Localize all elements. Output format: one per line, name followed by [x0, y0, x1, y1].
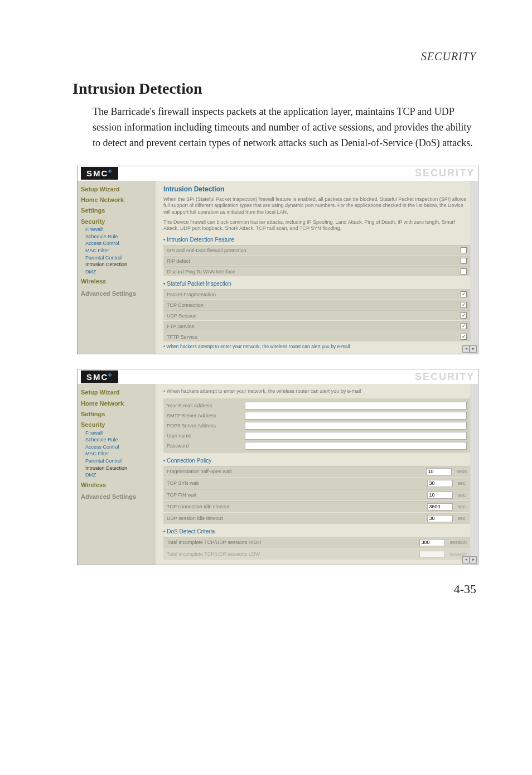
unit-label: sec.	[457, 504, 467, 509]
checkbox[interactable]	[461, 258, 467, 264]
scrollbar[interactable]	[471, 181, 478, 354]
field-label: User name	[167, 433, 245, 439]
scroll-right-icon[interactable]: ▸	[470, 345, 477, 353]
sidebar-item-intrusion-detection[interactable]: Intrusion Detection	[81, 261, 152, 268]
field-label: POP3 Server Address	[167, 423, 245, 429]
sidebar-setup-wizard[interactable]: Setup Wizard	[81, 185, 152, 194]
sidebar-item-mac-filter[interactable]: MAC Filter	[81, 450, 152, 458]
field-label: SMTP Server Address	[167, 413, 245, 418]
security-brand: SECURITY	[415, 371, 475, 383]
row-discard-ping: Discard Ping To WAN Interface	[163, 266, 470, 276]
checkbox[interactable]	[461, 268, 467, 275]
row-label: Total incomplete TCP/UDP sessions HIGH	[167, 540, 419, 545]
sidebar-item-access-control[interactable]: Access Control	[81, 444, 152, 451]
bullet-alert-email: When hackers attempt to enter your netwo…	[163, 388, 470, 395]
value-input[interactable]	[427, 515, 453, 522]
row-tcp-fin-wait: TCP FIN wait sec.	[163, 489, 470, 500]
subhead-spi: Stateful Packet Inspection	[163, 281, 470, 287]
sidebar-item-parental-control[interactable]: Parental Control	[81, 254, 152, 262]
unit-label: secs	[456, 469, 467, 474]
field-label: Password	[167, 443, 245, 449]
scroll-controls[interactable]: ◂ ▸	[462, 556, 477, 564]
row-label: FTP Service	[167, 324, 461, 329]
email-input[interactable]	[245, 402, 467, 410]
row-tcp-syn-wait: TCP SYN wait sec.	[163, 478, 470, 489]
smtp-input[interactable]	[245, 412, 467, 420]
sidebar-item-dmz[interactable]: DMZ	[81, 268, 152, 276]
row-tftp-service: TFTP Service	[163, 331, 470, 341]
checkbox[interactable]	[461, 334, 467, 340]
subhead-idf: Intrusion Detection Feature	[163, 237, 470, 243]
value-input[interactable]	[427, 480, 453, 487]
unit-label: sec.	[457, 480, 467, 486]
row-tcp-connection: TCP Connection	[163, 300, 470, 310]
sidebar-item-dmz[interactable]: DMZ	[81, 471, 152, 479]
row-tcp-idle-timeout: TCP connection idle timeout sec.	[163, 501, 470, 512]
subhead-dos-detect: DoS Detect Criteria	[163, 528, 470, 535]
field-smtp: SMTP Server Address	[167, 411, 467, 421]
row-rip-defect: RIP defect	[163, 256, 470, 266]
sidebar-home-network[interactable]: Home Network	[81, 399, 152, 408]
unit-label: session	[449, 540, 467, 545]
embedded-screenshot-1: SMC® SECURITY Home · Logout Setup Wizard…	[77, 166, 478, 354]
row-label: Discard Ping To WAN Interface	[167, 269, 461, 275]
scroll-left-icon[interactable]: ◂	[462, 556, 470, 564]
value-input[interactable]	[419, 539, 445, 546]
value-input[interactable]	[427, 503, 453, 511]
sidebar-setup-wizard[interactable]: Setup Wizard	[81, 388, 152, 397]
smc-logo: SMC®	[81, 167, 118, 180]
sidebar-item-firewall[interactable]: Firewall	[81, 226, 152, 233]
sidebar-security[interactable]: Security	[81, 218, 152, 226]
panel-desc-1: When the SPI (Stateful Packet Inspection…	[163, 196, 470, 216]
sidebar-item-parental-control[interactable]: Parental Control	[81, 458, 152, 465]
sidebar-item-intrusion-detection[interactable]: Intrusion Detection	[81, 465, 152, 472]
row-label: TFTP Service	[167, 334, 461, 340]
sidebar-settings[interactable]: Settings	[81, 410, 152, 418]
row-label: UDP Session	[167, 313, 461, 319]
username-input[interactable]	[245, 432, 467, 440]
row-label: TCP connection idle timeout	[167, 504, 427, 509]
row-frag-half-open: Fragmentation half-open wait secs	[163, 466, 470, 477]
scroll-left-icon[interactable]: ◂	[462, 345, 470, 353]
sidebar-item-firewall[interactable]: Firewall	[81, 430, 152, 437]
sidebar-item-mac-filter[interactable]: MAC Filter	[81, 247, 152, 254]
sidebar-home-network[interactable]: Home Network	[81, 196, 152, 204]
scroll-right-icon[interactable]: ▸	[470, 556, 477, 564]
row-incomplete-low: Total incomplete TCP/UDP sessions LOW se…	[163, 548, 470, 560]
row-label: TCP SYN wait	[167, 480, 427, 486]
row-label: UDP session idle timeout	[167, 516, 427, 521]
sidebar-item-access-control[interactable]: Access Control	[81, 240, 152, 247]
sidebar-advanced-settings[interactable]: Advanced Settings	[81, 493, 152, 501]
panel-title: Intrusion Detection	[163, 185, 470, 193]
field-password: Password	[167, 441, 467, 451]
checkbox[interactable]	[461, 291, 467, 297]
scrollbar[interactable]	[471, 384, 478, 565]
scroll-controls[interactable]: ◂ ▸	[462, 345, 477, 353]
value-input[interactable]	[419, 551, 445, 558]
row-label: TCP FIN wait	[167, 492, 427, 498]
sidebar: Setup Wizard Home Network Settings Secur…	[78, 181, 156, 354]
sidebar-advanced-settings[interactable]: Advanced Settings	[81, 290, 152, 298]
password-input[interactable]	[245, 442, 467, 450]
checkbox[interactable]	[461, 302, 467, 308]
sidebar-item-schedule-rule[interactable]: Schedule Rule	[81, 436, 152, 444]
value-input[interactable]	[426, 468, 452, 475]
checkbox[interactable]	[461, 312, 467, 319]
value-input[interactable]	[427, 492, 453, 499]
sidebar-settings[interactable]: Settings	[81, 206, 152, 215]
checkbox[interactable]	[461, 247, 467, 253]
sidebar-item-schedule-rule[interactable]: Schedule Rule	[81, 233, 152, 240]
checkbox[interactable]	[461, 323, 467, 329]
row-label: SPI and Anti-DoS firewall protection	[167, 248, 461, 253]
row-incomplete-high: Total incomplete TCP/UDP sessions HIGH s…	[163, 537, 470, 548]
row-ftp-service: FTP Service	[163, 321, 470, 331]
sidebar-security[interactable]: Security	[81, 421, 152, 429]
unit-label: sec.	[457, 492, 467, 498]
footnote-alert: • When hackers attempt to enter your net…	[163, 344, 470, 349]
pop3-input[interactable]	[245, 422, 467, 430]
row-label: Total incomplete TCP/UDP sessions LOW	[167, 551, 419, 557]
sidebar-wireless[interactable]: Wireless	[81, 277, 152, 286]
sidebar-wireless[interactable]: Wireless	[81, 481, 152, 489]
row-label: Fragmentation half-open wait	[167, 469, 426, 474]
panel-desc-2: The Device firewall can block common hac…	[163, 219, 470, 232]
